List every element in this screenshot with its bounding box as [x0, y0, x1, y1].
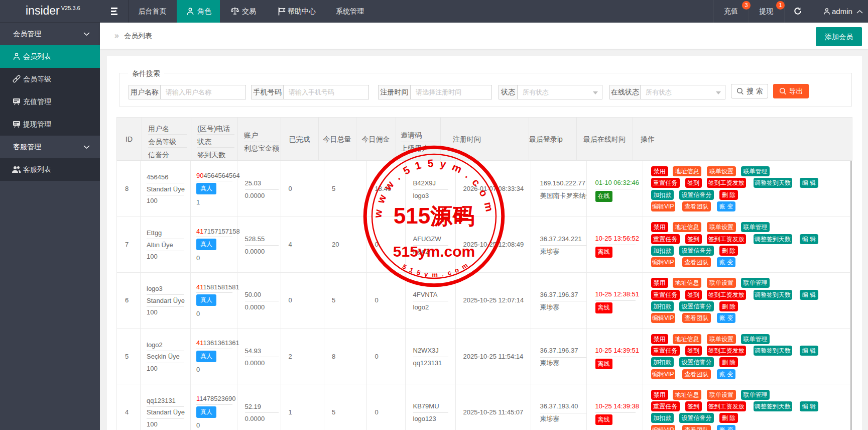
- svg-text:515ym.com: 515ym.com: [393, 243, 475, 260]
- svg-text:5 1 5 y m . c o m: 5 1 5 y m . c o m: [401, 261, 470, 279]
